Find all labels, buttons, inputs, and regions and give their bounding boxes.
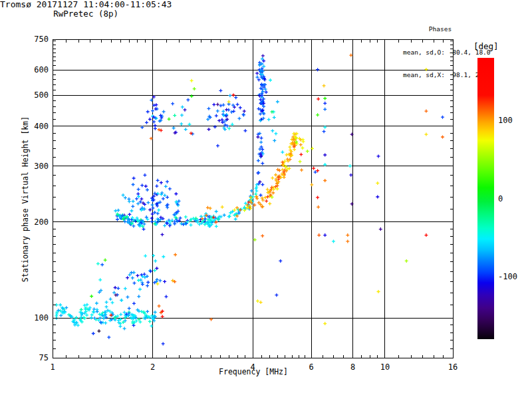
data-point-marker — [137, 188, 140, 191]
data-point-marker — [155, 184, 158, 188]
data-point-marker — [234, 217, 237, 221]
data-point-marker — [261, 94, 264, 97]
y-tick-label: 300 — [21, 162, 49, 170]
data-point-marker — [212, 103, 215, 106]
data-point-marker — [209, 207, 212, 210]
data-point-marker — [227, 127, 231, 130]
y-tick-label: 750 — [21, 35, 49, 43]
colorbar-unit-label: [deg] — [473, 41, 499, 51]
data-point-marker — [137, 295, 140, 298]
data-point-marker — [116, 287, 120, 290]
data-point-marker — [379, 227, 382, 231]
data-point-marker — [107, 336, 110, 339]
data-point-marker — [128, 213, 131, 216]
y-tick-label: 75 — [21, 354, 49, 362]
data-point-marker — [221, 110, 225, 113]
ionogram-figure: Tromsø 20171127 11:04:00-11:05:43 RwPret… — [0, 0, 532, 399]
y-tick-label: 600 — [21, 66, 49, 74]
data-point-marker — [148, 208, 152, 211]
data-point-marker — [306, 150, 309, 153]
data-point-marker — [154, 311, 157, 314]
x-tick-label: 2 — [143, 363, 163, 371]
data-point-marker — [178, 200, 181, 203]
data-point-marker — [180, 114, 184, 117]
data-point-marker — [128, 273, 132, 277]
data-point-marker — [166, 196, 169, 199]
data-point-marker — [109, 297, 112, 301]
data-point-marker — [74, 316, 78, 319]
data-point-marker — [216, 103, 219, 106]
data-point-marker — [136, 192, 140, 196]
y-tick-label: 200 — [21, 218, 49, 226]
data-point-marker — [193, 87, 196, 90]
data-point-marker — [261, 183, 264, 186]
data-point-marker — [99, 289, 102, 292]
data-point-marker — [222, 103, 225, 106]
data-point-marker — [146, 281, 150, 284]
data-point-marker — [230, 110, 233, 114]
data-point-marker — [158, 279, 162, 282]
colorbar-tick-label: -100 — [498, 273, 517, 281]
data-point-marker — [140, 310, 144, 313]
y-tick-label: 400 — [21, 122, 49, 130]
data-point-marker — [261, 162, 264, 165]
x-tick-label: 1 — [43, 363, 63, 371]
data-point-marker — [215, 114, 218, 118]
data-point-marker — [162, 197, 165, 200]
data-point-marker — [59, 303, 62, 307]
data-point-marker — [259, 194, 263, 197]
data-point-marker — [162, 255, 165, 259]
data-point-marker — [119, 313, 122, 316]
data-point-marker — [323, 84, 326, 87]
data-point-marker — [256, 299, 259, 303]
y-tick-label: 100 — [21, 314, 49, 322]
data-point-marker — [267, 118, 271, 121]
x-tick-label: 8 — [343, 363, 363, 371]
data-point-marker — [310, 183, 313, 186]
data-point-marker — [97, 329, 100, 332]
data-point-marker — [148, 320, 152, 323]
data-point-marker — [271, 176, 274, 180]
data-point-marker — [124, 196, 127, 200]
data-point-marker — [154, 103, 158, 106]
data-point-marker — [317, 97, 320, 100]
data-point-marker — [265, 90, 268, 94]
data-point-marker — [146, 310, 149, 313]
data-point-marker — [186, 98, 190, 102]
data-point-marker — [131, 276, 134, 279]
x-tick-label: 6 — [301, 363, 321, 371]
y-tick-label: 500 — [21, 91, 49, 99]
data-point-marker — [273, 116, 276, 119]
data-point-marker — [215, 210, 218, 213]
data-point-marker — [239, 106, 242, 109]
data-point-marker — [156, 179, 160, 182]
data-point-marker — [376, 196, 379, 199]
data-point-marker — [271, 192, 275, 195]
data-point-marker — [323, 130, 326, 133]
data-point-marker — [227, 100, 231, 104]
data-point-marker — [143, 273, 146, 276]
data-point-marker — [424, 68, 428, 71]
data-point-marker — [153, 269, 156, 272]
data-point-marker — [301, 138, 305, 141]
data-point-marker — [228, 94, 231, 97]
data-point-marker — [120, 299, 123, 302]
data-point-marker — [96, 262, 100, 265]
data-point-marker — [98, 291, 101, 294]
data-point-marker — [132, 177, 136, 180]
data-point-marker — [168, 187, 172, 190]
data-point-marker — [158, 305, 161, 308]
data-point-marker — [323, 97, 327, 100]
data-point-marker — [259, 301, 263, 304]
data-point-marker — [312, 167, 315, 170]
x-tick-label: 16 — [443, 363, 463, 371]
data-point-marker — [148, 118, 152, 121]
data-point-marker — [255, 72, 259, 75]
data-point-marker — [190, 223, 193, 227]
data-point-marker — [174, 192, 178, 196]
data-point-marker — [152, 254, 155, 257]
data-point-marker — [184, 128, 188, 131]
data-point-marker — [136, 274, 139, 277]
data-point-marker — [206, 206, 209, 209]
data-point-marker — [323, 179, 327, 182]
